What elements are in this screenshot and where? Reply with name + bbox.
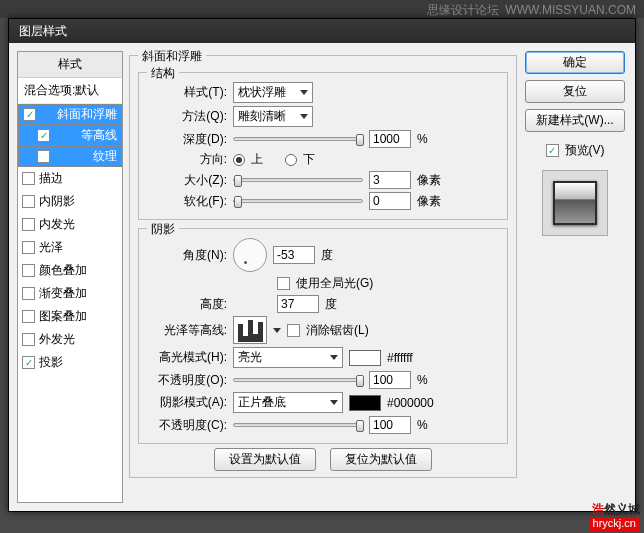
bevel-panel: 斜面和浮雕 结构 样式(T): 枕状浮雕 方法(Q): 雕刻清晰 深度(D): … <box>129 55 517 478</box>
shadow-opacity-slider[interactable] <box>233 423 363 427</box>
highlight-opacity-input[interactable]: 100 <box>369 371 411 389</box>
direction-down-radio[interactable] <box>285 154 297 166</box>
checkbox-icon[interactable] <box>22 310 35 323</box>
right-panel: 确定 复位 新建样式(W)... 预览(V) <box>523 51 627 503</box>
styles-list: 样式 混合选项:默认 斜面和浮雕 等高线 纹理 描边 内阴影 内发光 光泽 颜色… <box>17 51 123 503</box>
size-slider[interactable] <box>233 178 363 182</box>
chevron-down-icon <box>300 114 308 119</box>
style-drop-shadow[interactable]: 投影 <box>18 351 122 374</box>
angle-input[interactable]: -53 <box>273 246 315 264</box>
panel-title: 斜面和浮雕 <box>138 48 206 65</box>
highlight-color-swatch[interactable] <box>349 350 381 366</box>
soften-slider[interactable] <box>233 199 363 203</box>
checkbox-icon[interactable] <box>23 108 36 121</box>
shadow-group: 阴影 角度(N): -53 度 使用全局光(G) 高度: 37 度 光泽等高线: <box>138 228 508 444</box>
chevron-down-icon[interactable] <box>273 328 281 333</box>
depth-slider[interactable] <box>233 137 363 141</box>
checkbox-icon[interactable] <box>22 287 35 300</box>
checkbox-icon[interactable] <box>22 241 35 254</box>
angle-dial[interactable] <box>233 238 267 272</box>
highlight-opacity-slider[interactable] <box>233 378 363 382</box>
checkbox-icon[interactable] <box>22 264 35 277</box>
preview-checkbox[interactable] <box>546 144 559 157</box>
style-texture[interactable]: 纹理 <box>18 146 122 167</box>
soften-input[interactable]: 0 <box>369 192 411 210</box>
antialias-checkbox[interactable] <box>287 324 300 337</box>
blend-options[interactable]: 混合选项:默认 <box>18 78 122 104</box>
style-inner-glow[interactable]: 内发光 <box>18 213 122 236</box>
style-gradient-overlay[interactable]: 渐变叠加 <box>18 282 122 305</box>
style-stroke[interactable]: 描边 <box>18 167 122 190</box>
depth-input[interactable]: 1000 <box>369 130 411 148</box>
reset-default-button[interactable]: 复位为默认值 <box>330 448 432 471</box>
checkbox-icon[interactable] <box>22 333 35 346</box>
ok-button[interactable]: 确定 <box>525 51 625 74</box>
style-outer-glow[interactable]: 外发光 <box>18 328 122 351</box>
chevron-down-icon <box>330 355 338 360</box>
global-light-checkbox[interactable] <box>277 277 290 290</box>
technique-select[interactable]: 雕刻清晰 <box>233 106 313 127</box>
forum-banner: 思缘设计论坛WWW.MISSYUAN.COM <box>0 0 644 18</box>
size-input[interactable]: 3 <box>369 171 411 189</box>
preview-thumbnail <box>542 170 608 236</box>
cancel-button[interactable]: 复位 <box>525 80 625 103</box>
shadow-color-swatch[interactable] <box>349 395 381 411</box>
chevron-down-icon <box>330 400 338 405</box>
new-style-button[interactable]: 新建样式(W)... <box>525 109 625 132</box>
structure-group: 结构 样式(T): 枕状浮雕 方法(Q): 雕刻清晰 深度(D): 1000 %… <box>138 72 508 220</box>
watermark: 浩然义城 hryckj.cn <box>589 494 640 531</box>
checkbox-icon[interactable] <box>22 218 35 231</box>
checkbox-icon[interactable] <box>22 195 35 208</box>
dialog-titlebar[interactable]: 图层样式 <box>9 19 635 43</box>
direction-up-radio[interactable] <box>233 154 245 166</box>
gloss-contour[interactable] <box>233 316 267 344</box>
style-contour[interactable]: 等高线 <box>18 125 122 146</box>
style-bevel-emboss[interactable]: 斜面和浮雕 <box>18 104 122 125</box>
chevron-down-icon <box>300 90 308 95</box>
styles-header: 样式 <box>18 52 122 78</box>
altitude-input[interactable]: 37 <box>277 295 319 313</box>
make-default-button[interactable]: 设置为默认值 <box>214 448 316 471</box>
shadow-opacity-input[interactable]: 100 <box>369 416 411 434</box>
style-satin[interactable]: 光泽 <box>18 236 122 259</box>
highlight-mode-select[interactable]: 亮光 <box>233 347 343 368</box>
style-select[interactable]: 枕状浮雕 <box>233 82 313 103</box>
style-pattern-overlay[interactable]: 图案叠加 <box>18 305 122 328</box>
checkbox-icon[interactable] <box>37 129 50 142</box>
style-inner-shadow[interactable]: 内阴影 <box>18 190 122 213</box>
style-color-overlay[interactable]: 颜色叠加 <box>18 259 122 282</box>
shadow-mode-select[interactable]: 正片叠底 <box>233 392 343 413</box>
layer-style-dialog: 图层样式 样式 混合选项:默认 斜面和浮雕 等高线 纹理 描边 内阴影 内发光 … <box>8 18 636 512</box>
checkbox-icon[interactable] <box>37 150 50 163</box>
checkbox-icon[interactable] <box>22 356 35 369</box>
checkbox-icon[interactable] <box>22 172 35 185</box>
